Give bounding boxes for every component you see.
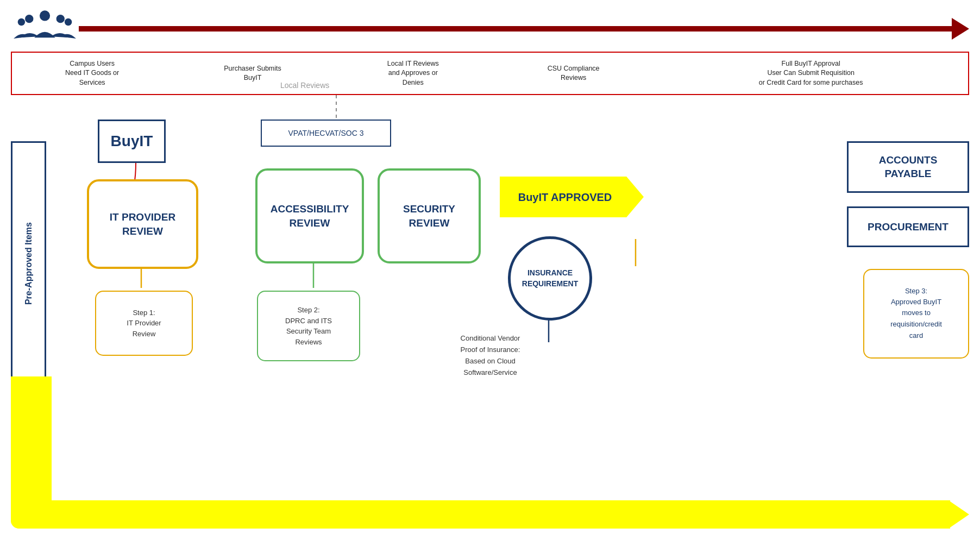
people-icon <box>14 5 76 49</box>
timeline-label-3: Local IT Reviewsand Approves orDenies <box>333 59 493 88</box>
svg-point-4 <box>65 18 72 26</box>
step1-desc: IT ProviderReview <box>127 318 161 339</box>
procurement-box: PROCUREMENT <box>847 206 969 247</box>
step3-desc: Approved BuyITmoves torequisition/credit… <box>890 297 942 342</box>
bottom-yellow-arrow <box>11 500 969 529</box>
accessibility-review-label: ACCESSIBILITYREVIEW <box>271 202 349 230</box>
insurance-circle: INSURANCEREQUIREMENT <box>508 236 592 321</box>
svg-point-3 <box>18 18 25 26</box>
insurance-label: INSURANCEREQUIREMENT <box>522 268 578 289</box>
timeline-label-5: Full BuyIT ApprovalUser Can Submit Requi… <box>654 59 968 88</box>
security-review-box: SECURITYREVIEW <box>378 168 481 263</box>
pre-approved-box: Pre-Approved Items <box>11 141 46 386</box>
it-provider-review-box: IT PROVIDERREVIEW <box>87 179 198 269</box>
timeline-label-2: Purchaser SubmitsBuyIT <box>172 64 332 83</box>
step2-desc: DPRC and ITSSecurity TeamReviews <box>285 316 332 348</box>
red-arrow-line <box>79 26 953 32</box>
svg-point-2 <box>56 15 65 23</box>
timeline-label-4: CSU ComplianceReviews <box>493 64 654 83</box>
accounts-payable-label: ACCOUNTSPAYABLE <box>879 154 938 180</box>
vendor-text-box: Conditional VendorProof of Insurance:Bas… <box>440 321 541 391</box>
accounts-payable-box: ACCOUNTSPAYABLE <box>847 141 969 193</box>
svg-point-1 <box>25 15 33 23</box>
accessibility-review-box: ACCESSIBILITYREVIEW <box>255 168 364 263</box>
vendor-label: Conditional VendorProof of Insurance:Bas… <box>461 333 520 378</box>
buyit-label: BuyIT <box>111 133 153 150</box>
step2-title: Step 2: <box>297 305 319 316</box>
step2-callout-box: Step 2: DPRC and ITSSecurity TeamReviews <box>257 291 360 361</box>
vpat-box: VPAT/HECVAT/SOC 3 <box>261 120 391 147</box>
pre-approved-label: Pre-Approved Items <box>24 222 34 305</box>
step1-title: Step 1: <box>133 307 155 318</box>
vpat-label: VPAT/HECVAT/SOC 3 <box>288 129 364 137</box>
buyit-approved-badge: BuyIT APPROVED <box>500 177 644 217</box>
timeline-box: Campus UsersNeed IT Goods orServices Pur… <box>11 52 969 95</box>
buyit-box: BuyIT <box>98 120 166 163</box>
step1-callout-box: Step 1: IT ProviderReview <box>95 291 193 356</box>
buyit-approved-label: BuyIT APPROVED <box>518 191 612 204</box>
local-reviews-label: Local Reviews <box>280 81 329 90</box>
procurement-label: PROCUREMENT <box>868 221 948 233</box>
timeline-label-1: Campus UsersNeed IT Goods orServices <box>12 59 172 88</box>
security-review-label: SECURITYREVIEW <box>403 202 455 230</box>
top-arrow-section <box>11 5 969 52</box>
red-arrow-head <box>952 18 969 40</box>
step3-title: Step 3: <box>905 286 927 297</box>
it-provider-review-label: IT PROVIDERREVIEW <box>110 210 175 238</box>
step3-callout-box: Step 3: Approved BuyITmoves torequisitio… <box>863 269 969 359</box>
diagram-area: Pre-Approved Items BuyIT <box>11 109 969 504</box>
yellow-arrow-vertical <box>11 376 52 529</box>
svg-point-0 <box>40 10 50 21</box>
